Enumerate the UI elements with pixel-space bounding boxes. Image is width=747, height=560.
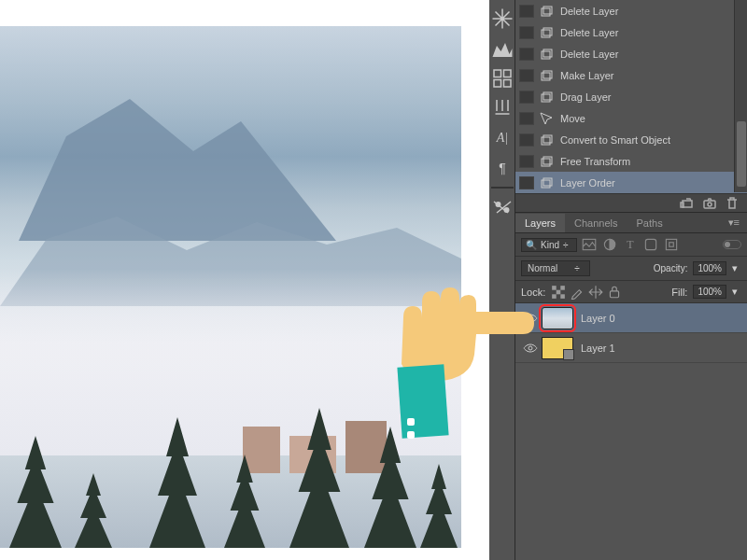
- new-snapshot-icon[interactable]: [680, 197, 695, 210]
- paragraph-tool-icon[interactable]: ¶: [491, 157, 514, 179]
- history-checkbox[interactable]: [519, 133, 534, 147]
- svg-rect-6: [542, 8, 550, 16]
- svg-point-25: [708, 203, 712, 206]
- svg-rect-3: [504, 80, 512, 88]
- history-item[interactable]: Delete Layer: [515, 43, 747, 64]
- svg-rect-32: [561, 286, 566, 290]
- svg-rect-31: [552, 286, 557, 290]
- panel-menu-icon[interactable]: ▾≡: [721, 213, 747, 232]
- history-checkbox[interactable]: [519, 112, 534, 125]
- history-checkbox[interactable]: [519, 69, 534, 82]
- layer-row[interactable]: Layer 1: [515, 333, 747, 363]
- history-item-label: Delete Layer: [560, 6, 618, 17]
- svg-rect-2: [494, 80, 501, 88]
- svg-rect-8: [542, 30, 550, 37]
- history-step-icon: [538, 155, 555, 168]
- filter-type-icon[interactable]: T: [622, 237, 639, 252]
- chevron-down-icon: ÷: [563, 240, 572, 250]
- visibility-eye-icon[interactable]: [519, 313, 542, 324]
- lock-icons: [551, 286, 622, 299]
- history-checkbox[interactable]: [519, 26, 534, 39]
- history-checkbox[interactable]: [519, 91, 534, 104]
- layers-list: Layer 0Layer 1: [515, 303, 747, 363]
- character-tool-icon[interactable]: A|: [491, 127, 514, 149]
- history-item-label: Delete Layer: [560, 27, 618, 38]
- layer-thumbnail[interactable]: [542, 337, 573, 359]
- svg-rect-14: [542, 94, 550, 102]
- chevron-down-icon[interactable]: ▾: [732, 286, 741, 298]
- svg-rect-10: [542, 51, 550, 59]
- history-item[interactable]: Delete Layer: [515, 21, 747, 43]
- history-item[interactable]: Convert to Smart Object: [515, 129, 747, 150]
- search-icon: 🔍: [526, 240, 537, 250]
- trash-icon[interactable]: [725, 197, 740, 210]
- history-checkbox[interactable]: [519, 155, 534, 168]
- svg-rect-30: [669, 243, 674, 247]
- svg-rect-17: [543, 135, 552, 143]
- camera-icon[interactable]: [702, 197, 717, 210]
- svg-rect-9: [543, 28, 552, 35]
- toolbar-separator: [491, 187, 514, 189]
- svg-rect-11: [543, 49, 552, 57]
- history-item[interactable]: Delete Layer: [515, 0, 747, 21]
- history-item[interactable]: Drag Layer: [515, 86, 747, 107]
- scrollbar-thumb[interactable]: [737, 121, 746, 187]
- sparkle-tool-icon[interactable]: [491, 7, 514, 30]
- fill-value[interactable]: 100%: [693, 285, 726, 299]
- history-checkbox[interactable]: [519, 5, 534, 18]
- svg-rect-36: [611, 290, 619, 297]
- canvas-image[interactable]: [0, 26, 461, 548]
- lock-row: Lock: Fill: 100% ▾: [515, 281, 747, 303]
- filter-shape-icon[interactable]: [642, 237, 659, 252]
- opacity-value[interactable]: 100%: [693, 261, 726, 275]
- lock-trans-icon[interactable]: [551, 286, 566, 299]
- history-scrollbar[interactable]: [734, 0, 747, 192]
- svg-rect-20: [542, 180, 550, 188]
- svg-rect-33: [557, 289, 561, 294]
- history-item-label: Convert to Smart Object: [560, 134, 670, 146]
- layer-name[interactable]: Layer 1: [581, 343, 615, 354]
- svg-rect-16: [542, 137, 550, 145]
- svg-rect-15: [543, 92, 552, 100]
- history-item[interactable]: Layer Order: [515, 172, 747, 193]
- svg-rect-35: [561, 294, 566, 299]
- tab-layers[interactable]: Layers: [515, 214, 565, 232]
- sliders-tool-icon[interactable]: [491, 196, 514, 218]
- blend-mode-select[interactable]: Normal ÷: [521, 260, 590, 276]
- svg-rect-28: [645, 239, 655, 249]
- brush-tool-icon[interactable]: [491, 97, 514, 119]
- history-item[interactable]: Free Transform: [515, 150, 747, 172]
- chevron-down-icon[interactable]: ▾: [732, 262, 741, 274]
- history-checkbox[interactable]: [519, 176, 534, 189]
- history-item[interactable]: Make Layer: [515, 64, 747, 86]
- tab-channels[interactable]: Channels: [565, 214, 627, 232]
- layer-filter-row: 🔍 Kind ÷ T: [515, 233, 747, 257]
- swatch-tool-icon[interactable]: [491, 67, 514, 90]
- visibility-eye-icon[interactable]: [519, 343, 542, 354]
- filter-kind-select[interactable]: 🔍 Kind ÷: [521, 238, 577, 252]
- history-item-label: Drag Layer: [560, 91, 611, 103]
- history-step-icon: [538, 48, 555, 61]
- lock-all-icon[interactable]: [607, 286, 622, 299]
- vertical-toolbar: A| ¶: [489, 0, 515, 560]
- lock-paint-icon[interactable]: [570, 286, 585, 299]
- histogram-tool-icon[interactable]: [491, 37, 514, 60]
- layer-name[interactable]: Layer 0: [581, 313, 615, 324]
- history-checkbox[interactable]: [519, 48, 534, 61]
- layer-row[interactable]: Layer 0: [515, 303, 747, 333]
- history-item[interactable]: Move: [515, 107, 747, 129]
- blend-mode-label: Normal: [528, 263, 557, 273]
- svg-rect-1: [504, 70, 512, 77]
- filter-smart-icon[interactable]: [663, 237, 680, 252]
- filter-image-icon[interactable]: [581, 237, 598, 252]
- svg-rect-24: [704, 201, 715, 208]
- svg-rect-19: [543, 157, 552, 164]
- lock-move-icon[interactable]: [588, 286, 603, 299]
- filter-toggle[interactable]: [723, 240, 741, 249]
- filter-adjust-icon[interactable]: [601, 237, 618, 252]
- svg-rect-34: [552, 294, 557, 299]
- tab-paths[interactable]: Paths: [627, 214, 672, 232]
- svg-rect-13: [543, 71, 552, 78]
- layer-thumbnail[interactable]: [542, 307, 573, 329]
- svg-rect-7: [543, 7, 552, 14]
